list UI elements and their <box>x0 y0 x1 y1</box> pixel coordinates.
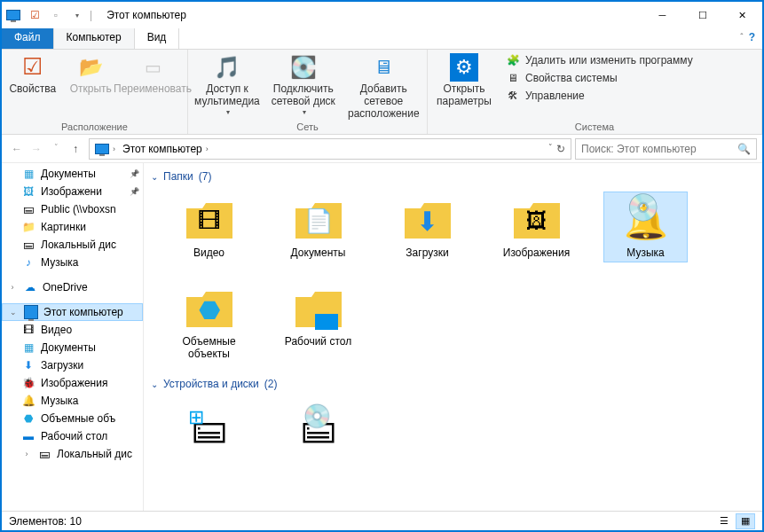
device-item-dvd[interactable]: 🖴💿 <box>276 399 360 458</box>
content-pane[interactable]: ⌄ Папки (7) 🎞 Видео 📄 Документы ⬇ Загруз… <box>144 163 762 511</box>
nav-desktop[interactable]: ▬Рабочий стол <box>2 427 143 445</box>
properties-button[interactable]: ☑Свойства <box>7 53 59 96</box>
folder-item-downloads[interactable]: ⬇ Загрузки <box>385 192 469 262</box>
group-devices-header[interactable]: ⌄ Устройства и диски (2) <box>151 378 762 390</box>
chevron-down-icon[interactable]: ⌄ <box>151 379 158 389</box>
ribbon-collapse-icon[interactable]: ˆ <box>740 33 743 43</box>
qat-newfolder-icon[interactable]: ▫ <box>49 8 63 22</box>
search-placeholder: Поиск: Этот компьютер <box>581 143 697 155</box>
window-title: Этот компьютер <box>106 9 186 21</box>
view-details-button[interactable]: ☰ <box>714 513 734 529</box>
app-icon <box>6 8 20 22</box>
nav-onedrive[interactable]: ›☁OneDrive <box>2 278 143 296</box>
close-button[interactable]: ✕ <box>722 2 762 28</box>
folder-item-3dobjects[interactable]: ⬣ Объемные объекты <box>167 280 251 364</box>
group-location-label: Расположение <box>7 121 182 132</box>
nav-3dobjects[interactable]: ⬣Объемные объ <box>2 410 143 427</box>
back-button[interactable]: ← <box>7 143 27 155</box>
nav-pictures[interactable]: 📁Картинки <box>2 218 143 236</box>
search-input[interactable]: Поиск: Этот компьютер 🔍 <box>575 138 757 160</box>
folder-item-images[interactable]: 🖼 Изображения <box>494 192 579 262</box>
navigation-pane[interactable]: ▦Документы 🖼Изображени 🖴Public (\\vboxsn… <box>2 163 144 511</box>
help-icon[interactable]: ? <box>749 31 755 43</box>
tab-view[interactable]: Вид <box>135 28 180 49</box>
nav-thispc[interactable]: ⌄Этот компьютер <box>2 303 143 321</box>
tab-computer[interactable]: Компьютер <box>54 28 135 49</box>
maximize-button[interactable]: ☐ <box>682 2 722 28</box>
tab-file[interactable]: Файл <box>2 28 54 49</box>
nav-images2[interactable]: 🐞Изображения <box>2 374 143 392</box>
nav-documents[interactable]: ▦Документы <box>2 165 143 183</box>
qat-properties-icon[interactable]: ☑ <box>28 8 42 22</box>
chevron-down-icon[interactable]: ⌄ <box>151 172 158 182</box>
nav-music2[interactable]: 🔔Музыка <box>2 392 143 410</box>
rename-button: ▭Переименовать <box>123 53 182 96</box>
nav-arrows[interactable]: ← → ˅ ↑ <box>7 143 85 155</box>
open-settings-button[interactable]: ⚙Открыть параметры <box>433 53 495 108</box>
nav-music[interactable]: ♪Музыка <box>2 254 143 271</box>
uninstall-program-button[interactable]: 🧩Удалить или изменить программу <box>506 53 693 67</box>
folder-icon: 🖼 <box>508 195 565 246</box>
folder-icon: ⬇ <box>399 195 456 246</box>
nav-images[interactable]: 🖼Изображени <box>2 183 143 200</box>
folder-item-documents[interactable]: 📄 Документы <box>276 192 360 262</box>
group-system-label: Система <box>433 121 756 132</box>
folder-item-music[interactable]: 🔔💿 Музыка <box>603 192 688 262</box>
breadcrumb[interactable]: Этот компьютер› <box>119 143 212 155</box>
dvd-drive-icon: 🖴💿 <box>290 403 347 454</box>
nav-downloads[interactable]: ⬇Загрузки <box>2 356 143 374</box>
nav-localdisk[interactable]: 🖴Локальный дис <box>2 236 143 254</box>
ribbon-tabs: Файл Компьютер Вид ˆ ? <box>2 28 762 50</box>
folder-icon: ⬣ <box>181 284 238 335</box>
item-count: Элементов: 10 <box>9 515 82 528</box>
add-netlocation-button[interactable]: 🖥Добавить сетевое расположение <box>346 53 421 120</box>
address-bar[interactable]: › Этот компьютер› ˅ ↻ <box>89 138 571 160</box>
qat-dropdown-icon[interactable]: ▾ <box>70 8 84 22</box>
status-bar: Элементов: 10 ☰ ▦ <box>2 511 762 530</box>
music-icon: 🔔💿 <box>618 195 674 246</box>
title-bar: ☑ ▫ ▾ | Этот компьютер ─ ☐ ✕ <box>2 2 762 28</box>
view-icons-button[interactable]: ▦ <box>736 513 755 529</box>
group-folders-header[interactable]: ⌄ Папки (7) <box>151 170 762 183</box>
group-network-label: Сеть <box>193 121 421 132</box>
up-button[interactable]: ↑ <box>66 143 85 155</box>
ribbon: ☑Свойства 📂Открыть ▭Переименовать Распол… <box>2 50 762 135</box>
media-access-button[interactable]: 🎵Доступ к мультимедиа <box>193 53 261 120</box>
folder-item-desktop[interactable]: Рабочий стол <box>276 280 360 364</box>
nav-localdisk2[interactable]: ›🖴Локальный дис <box>2 445 143 463</box>
nav-public[interactable]: 🖴Public (\\vboxsn <box>2 200 143 218</box>
system-properties-button[interactable]: 🖥Свойства системы <box>506 71 693 85</box>
refresh-icon[interactable]: ↻ <box>556 143 565 155</box>
open-button: 📂Открыть <box>66 53 117 96</box>
nav-documents2[interactable]: ▦Документы <box>2 339 143 356</box>
recent-dropdown[interactable]: ˅ <box>46 143 66 155</box>
device-item-localdisk[interactable]: 🖴⊞ <box>167 399 251 458</box>
address-bar-row: ← → ˅ ↑ › Этот компьютер› ˅ ↻ Поиск: Это… <box>2 135 762 163</box>
nav-video[interactable]: 🎞Видео <box>2 321 143 339</box>
addr-dropdown-icon[interactable]: ˅ <box>548 143 553 155</box>
drive-icon: 🖴⊞ <box>181 403 238 454</box>
folder-icon <box>290 284 347 335</box>
forward-button[interactable]: → <box>27 143 46 155</box>
folder-item-video[interactable]: 🎞 Видео <box>167 192 251 262</box>
folder-icon: 🎞 <box>181 195 238 246</box>
map-netdrive-button[interactable]: 💽Подключить сетевой диск <box>268 53 339 120</box>
minimize-button[interactable]: ─ <box>642 2 682 28</box>
manage-button[interactable]: 🛠Управление <box>506 89 693 103</box>
search-icon[interactable]: 🔍 <box>737 143 751 155</box>
folder-icon: 📄 <box>290 195 347 246</box>
thispc-icon <box>95 144 109 154</box>
